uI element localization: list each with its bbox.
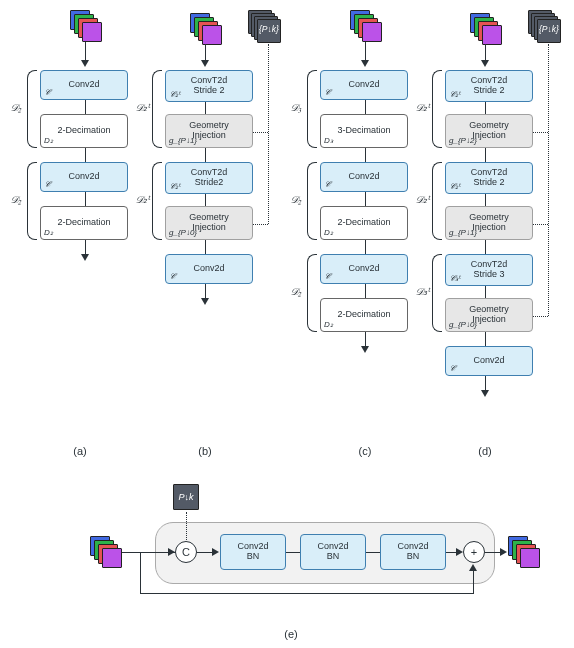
featuremaps-icon [70, 10, 100, 40]
conv-meta: 𝒞 [449, 365, 455, 374]
arrow-line [485, 148, 486, 162]
conv-meta: 𝒞 [44, 181, 50, 190]
perm-single-icon: P↓k [173, 484, 199, 510]
convt-meta: 𝒞₂ᵗ [169, 91, 180, 100]
conv-layer: Conv2d 𝒞 [320, 70, 408, 100]
convt-layer: ConvT2d Stride 2 𝒞₂ᵗ [445, 70, 533, 102]
inj-label2: Injection [472, 223, 506, 233]
conv-label: Conv2d [68, 80, 99, 90]
dec-meta: D₃ [324, 137, 333, 146]
arrow-line [485, 286, 486, 298]
convt-meta: 𝒞₂ᵗ [169, 183, 180, 192]
brace-label: 𝒟₂ᵗ [415, 194, 430, 206]
featuremaps-icon [190, 13, 220, 43]
inj-meta: g_{P↓2} [449, 137, 477, 146]
convt-layer: ConvT2d Stride2 𝒞₂ᵗ [165, 162, 253, 194]
arrow-line [365, 42, 366, 60]
convbn-label2: BN [247, 552, 260, 562]
conv-layer: Conv2d 𝒞 [320, 162, 408, 192]
featuremaps-icon [508, 536, 538, 566]
arrow-line [473, 570, 474, 594]
convbn-layer: Conv2d BN [300, 534, 366, 570]
caption-a: (a) [60, 445, 100, 457]
concat-node: C [175, 541, 197, 563]
perm-stack-icon: {P↓k} [528, 10, 562, 44]
diag-e: P↓k C Conv2d BN Conv2d BN Conv2d BN + [60, 480, 530, 630]
conv-meta: 𝒞 [324, 89, 330, 98]
brace-label: 𝒟₂ [290, 194, 301, 206]
convbn-label2: BN [407, 552, 420, 562]
arrow-line [485, 102, 486, 114]
conv-layer: Conv2d 𝒞 [165, 254, 253, 284]
perm-single-label: P↓k [178, 492, 193, 502]
arrow-line [365, 148, 366, 162]
arrow-line [85, 100, 86, 114]
convt-layer: ConvT2d Stride 2 𝒞₂ᵗ [165, 70, 253, 102]
arrow-line [366, 552, 380, 553]
arrow-right-icon [500, 548, 507, 556]
conv-meta: 𝒞 [324, 273, 330, 282]
dotted-line [533, 316, 548, 317]
convbn-layer: Conv2d BN [380, 534, 446, 570]
geom-inj-layer: Geometry Injection g_{P↓2} [445, 114, 533, 148]
brace-icon [432, 162, 442, 240]
conv-label: Conv2d [68, 172, 99, 182]
arrow-down-icon [201, 60, 209, 67]
arrow-line [485, 332, 486, 346]
plus-label: + [471, 546, 477, 558]
inj-label2: Injection [192, 131, 226, 141]
inj-meta: g_{P↓1} [169, 137, 197, 146]
convt-layer: ConvT2d Stride 2 𝒞₂ᵗ [445, 162, 533, 194]
add-node: + [463, 541, 485, 563]
caption-e: (e) [276, 628, 306, 640]
convt-stride: Stride 2 [473, 86, 504, 96]
decimation-layer: 2-Decimation D₂ [320, 206, 408, 240]
arrow-line [365, 240, 366, 254]
arrow-down-icon [481, 60, 489, 67]
arrow-line [205, 240, 206, 254]
arrow-line [485, 44, 486, 60]
dec-label: 2-Decimation [57, 126, 110, 136]
arrow-down-icon [81, 254, 89, 261]
caption-b: (b) [185, 445, 225, 457]
perm-stack-label: {P↓k} [259, 24, 279, 34]
conv-layer: Conv2d 𝒞 [445, 346, 533, 376]
conv-label: Conv2d [473, 356, 504, 366]
arrow-right-icon [168, 548, 175, 556]
brace-label: 𝒟₂ᵗ [135, 102, 150, 114]
arrow-line [140, 593, 474, 594]
decimation-layer: 2-Decimation D₂ [40, 206, 128, 240]
arrow-down-icon [201, 298, 209, 305]
dotted-line [268, 44, 269, 224]
dec-meta: D₂ [324, 321, 333, 330]
conv-label: Conv2d [348, 80, 379, 90]
convbn-layer: Conv2d BN [220, 534, 286, 570]
brace-icon [307, 162, 317, 240]
convt-stride: Stride 3 [473, 270, 504, 280]
dec-label: 2-Decimation [337, 310, 390, 320]
geom-inj-layer: Geometry Injection g_{P↓1} [445, 206, 533, 240]
arrow-line [485, 240, 486, 254]
convt-stride: Stride 2 [193, 86, 224, 96]
geom-inj-layer: Geometry Injection g_{P↓0} [165, 206, 253, 240]
convbn-label2: BN [327, 552, 340, 562]
arrow-line [140, 552, 141, 594]
conv-meta: 𝒞 [169, 273, 175, 282]
brace-label: 𝒟₃ᵗ [415, 286, 430, 298]
dotted-line [253, 224, 268, 225]
arrow-line [205, 194, 206, 206]
brace-label: 𝒟₂ᵗ [135, 194, 150, 206]
convt-layer: ConvT2d Stride 3 𝒞₃ᵗ [445, 254, 533, 286]
arrow-down-icon [81, 60, 89, 67]
inj-meta: g_{P↓0} [449, 321, 477, 330]
dotted-line [533, 132, 548, 133]
arrow-line [485, 194, 486, 206]
arrow-line [365, 332, 366, 346]
conv-layer: Conv2d 𝒞 [320, 254, 408, 284]
dec-meta: D₂ [324, 229, 333, 238]
convt-stride: Stride2 [195, 178, 224, 188]
featuremaps-icon [90, 536, 120, 566]
diag-b: {P↓k} 𝒟₂ᵗ ConvT2d Stride 2 𝒞₂ᵗ Geometry … [140, 10, 290, 370]
dec-meta: D₂ [44, 229, 53, 238]
conv-layer: Conv2d 𝒞 [40, 162, 128, 192]
